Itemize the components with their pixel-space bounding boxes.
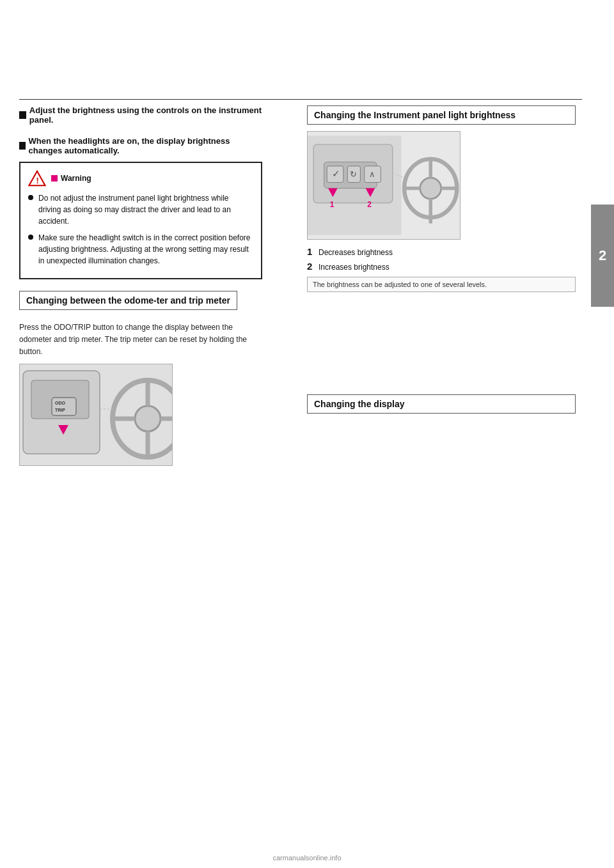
- black-square-icon: [19, 111, 26, 119]
- svg-point-29: [420, 178, 441, 199]
- warning-bullet2: Make sure the headlight switch is in the…: [28, 232, 253, 267]
- num1-label: 1: [307, 246, 312, 257]
- black-square-icon2: [19, 142, 26, 150]
- display-section: Changing the display: [307, 394, 576, 414]
- num2-label: 2: [307, 261, 312, 272]
- warning-text2: Make sure the headlight switch is in the…: [38, 232, 253, 267]
- svg-text:✓: ✓: [332, 169, 340, 179]
- svg-point-9: [135, 406, 161, 431]
- svg-text:ODO: ODO: [55, 401, 66, 405]
- display-header-box: Changing the display: [307, 394, 576, 414]
- section1-title: Adjust the brightness using the controls…: [19, 105, 262, 125]
- brightness-header-text: Changing the Instrument panel light brig…: [314, 110, 516, 120]
- num1-desc-wrapper: 1 Decreases brightness: [307, 246, 576, 257]
- num1-desc-text: Decreases brightness: [319, 248, 393, 257]
- right-column: Changing the Instrument panel light brig…: [307, 105, 576, 420]
- warning-box: ! Warning Do not adjust the instrument p…: [19, 162, 262, 279]
- svg-text:1: 1: [330, 200, 335, 209]
- svg-text:2: 2: [367, 200, 372, 209]
- odometer-car-diagram: ODO TRIP: [19, 364, 173, 466]
- warning-triangle-icon: !: [28, 169, 46, 187]
- section2-text: When the headlights are on, the display …: [29, 136, 262, 155]
- brightness-car-diagram: ✓ ↻ ∧ 1 2: [307, 131, 460, 240]
- svg-text:TRIP: TRIP: [55, 408, 65, 412]
- brightness-note: The brightness can be adjusted to one of…: [307, 277, 576, 292]
- num2-desc-wrapper: 2 Increases brightness: [307, 261, 576, 272]
- watermark-text: carmanualsonline.info: [272, 854, 341, 862]
- warning-header: ! Warning: [28, 169, 253, 187]
- odometer-label: Changing between the odome-ter and trip …: [26, 295, 230, 306]
- left-column: Adjust the brightness using the controls…: [19, 105, 262, 466]
- num2-desc-text: Increases brightness: [319, 263, 390, 272]
- brightness-header-box: Changing the Instrument panel light brig…: [307, 105, 576, 125]
- bullet-circle-icon2: [28, 235, 33, 240]
- svg-text:∧: ∧: [369, 169, 375, 179]
- section1-text: Adjust the brightness using the controls…: [29, 105, 262, 125]
- top-rule: [19, 99, 582, 100]
- display-header-text: Changing the display: [314, 399, 405, 409]
- warning-title: Warning: [61, 174, 91, 183]
- warning-text1: Do not adjust the instrument panel light…: [38, 192, 253, 227]
- brightness-note-text: The brightness can be adjusted to one of…: [313, 281, 487, 288]
- svg-text:↻: ↻: [350, 169, 357, 179]
- odometer-body-text: Press the ODO/TRIP button to change the …: [19, 322, 262, 359]
- bottom-section-wrapper: Changing between the odome-ter and trip …: [19, 291, 262, 316]
- warning-red-square-icon: [51, 175, 58, 182]
- section2-title: When the headlights are on, the display …: [19, 136, 262, 155]
- side-tab: 2: [591, 205, 614, 307]
- svg-text:!: !: [36, 176, 39, 185]
- odometer-section-box: Changing between the odome-ter and trip …: [19, 291, 237, 310]
- bullet-circle-icon: [28, 195, 33, 200]
- warning-bullet1: Do not adjust the instrument panel light…: [28, 192, 253, 227]
- side-tab-number: 2: [599, 247, 606, 264]
- watermark: carmanualsonline.info: [0, 854, 614, 862]
- page-container: 2 Adjust the brightness using the contro…: [0, 0, 614, 868]
